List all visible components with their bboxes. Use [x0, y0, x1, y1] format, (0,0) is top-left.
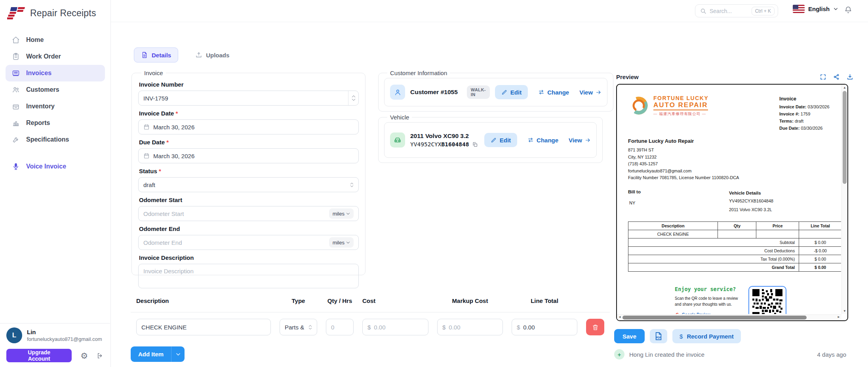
vehicle-section: Vehicle 2011 Volvo XC90 3.2 YV4952CYXB16…	[378, 114, 603, 163]
customer-name: Customer #1055	[410, 89, 458, 96]
copy-icon[interactable]	[472, 142, 478, 148]
user-name: Lin	[27, 329, 102, 335]
tab-details[interactable]: Details	[134, 47, 178, 62]
customer-section: Customer Information Customer #1055 WALK…	[378, 70, 613, 112]
user-email: fortuneluckyauto871@gmail.com	[27, 336, 102, 342]
odometer-start-input[interactable]	[143, 210, 329, 217]
col-type: Type	[280, 297, 317, 304]
odometer-start-label: Odometer Start	[139, 197, 359, 203]
select-chevrons-icon	[350, 182, 354, 187]
invoice-number-input[interactable]	[143, 95, 345, 102]
preview-vertical-scrollbar[interactable]: ▲ ▼	[841, 85, 847, 314]
language-selector[interactable]: English	[793, 5, 838, 13]
vehicle-avatar	[390, 132, 405, 148]
sidebar-item-label: Invoices	[26, 70, 51, 77]
settings-gear-icon[interactable]: ⚙	[80, 352, 88, 360]
microphone-icon	[12, 163, 20, 170]
vehicle-change-button[interactable]: Change	[527, 137, 558, 144]
scroll-down-arrow-icon[interactable]: ▼	[842, 309, 847, 313]
chevron-down-icon	[346, 212, 350, 215]
tab-uploads[interactable]: Uploads	[188, 47, 236, 62]
sidebar-item-home[interactable]: Home	[6, 32, 105, 48]
preview-toolbar	[820, 74, 853, 80]
preview-actions: Save PDF $ Record Payment	[614, 329, 741, 343]
customer-view-button[interactable]: View	[579, 89, 602, 96]
record-payment-button[interactable]: $ Record Payment	[672, 329, 741, 343]
sidebar-item-inventory[interactable]: Inventory	[6, 98, 105, 115]
sidebar-item-work-order[interactable]: Work Order	[6, 48, 105, 65]
person-icon	[394, 89, 402, 96]
notification-bell-icon[interactable]	[844, 6, 852, 14]
invoice-date-field[interactable]	[138, 119, 359, 134]
vertical-scroll-thumb[interactable]	[843, 91, 847, 184]
review-heading: Enjoy your service?	[675, 286, 738, 292]
arrow-right-icon	[596, 89, 602, 95]
item-type-select[interactable]: Parts &	[280, 319, 317, 335]
item-qty-input[interactable]	[331, 324, 348, 331]
avatar: L	[6, 327, 22, 343]
item-line-total-input[interactable]	[523, 324, 572, 331]
customer-change-button[interactable]: Change	[538, 89, 569, 96]
sidebar-item-label: Reports	[26, 119, 50, 127]
odometer-start-unit-dropdown[interactable]: miles	[329, 208, 354, 219]
car-icon	[394, 136, 402, 144]
download-icon[interactable]	[847, 74, 853, 80]
search-icon	[700, 8, 706, 14]
delete-item-button[interactable]	[586, 319, 604, 335]
calendar-icon	[143, 124, 150, 130]
stepper-down-icon[interactable]	[352, 98, 356, 101]
share-icon[interactable]	[833, 74, 840, 80]
company-name: Fortune Lucky Auto Repair	[628, 137, 839, 146]
horizontal-scroll-thumb[interactable]	[622, 316, 807, 320]
due-date-input[interactable]	[153, 153, 354, 159]
sidebar-item-label: Customers	[26, 86, 59, 93]
language-label: English	[808, 6, 830, 12]
scroll-left-arrow-icon[interactable]: ◄	[618, 315, 621, 319]
invoice-number-field	[138, 91, 359, 106]
sidebar-item-voice-invoice[interactable]: Voice Invoice	[6, 158, 105, 175]
item-description-input[interactable]	[141, 324, 266, 331]
invoice-description-input[interactable]	[143, 268, 354, 284]
pdf-button[interactable]: PDF	[650, 329, 667, 343]
shop-logo-ring-icon	[628, 95, 649, 116]
due-date-field[interactable]	[138, 148, 359, 163]
scroll-up-arrow-icon[interactable]: ▲	[842, 86, 847, 89]
sidebar-item-invoices[interactable]: Invoices	[6, 65, 105, 81]
col-line-total: Line Total	[512, 297, 577, 304]
odometer-end-unit-dropdown[interactable]: miles	[329, 237, 354, 248]
expand-icon[interactable]	[820, 74, 826, 80]
number-stepper[interactable]	[348, 91, 358, 105]
search-input[interactable]	[710, 8, 748, 14]
select-chevrons-icon	[308, 325, 312, 330]
invoice-form-legend: Invoice	[141, 70, 166, 76]
arrow-right-icon	[585, 137, 591, 143]
customer-edit-button[interactable]: Edit	[495, 85, 528, 99]
review-section: Enjoy your service? Scan the QR code to …	[675, 286, 839, 314]
wrench-icon	[12, 136, 20, 144]
shop-logo-line1: FORTUNE LUCKY	[653, 95, 708, 101]
add-item-button[interactable]: Add Item	[131, 346, 171, 362]
save-button[interactable]: Save	[614, 329, 645, 343]
sidebar-item-customers[interactable]: Customers	[6, 81, 105, 98]
vehicle-view-button[interactable]: View	[569, 137, 591, 144]
vehicle-card: 2011 Volvo XC90 3.2 YV4952CYXB1604848 Ed…	[384, 122, 597, 158]
invoice-form: Invoice Invoice Number Invoice Date * Du…	[131, 70, 365, 275]
sidebar-item-reports[interactable]: Reports	[6, 115, 105, 131]
line-item-row: Parts & $ $ $	[136, 319, 604, 335]
walk-in-badge: WALK-IN	[467, 85, 490, 99]
add-item-dropdown-button[interactable]	[171, 346, 185, 362]
upgrade-account-button[interactable]: Upgrade Account	[6, 349, 72, 362]
odometer-end-input[interactable]	[143, 239, 329, 246]
preview-horizontal-scrollbar[interactable]: ◄ ►	[617, 314, 841, 320]
scroll-right-arrow-icon[interactable]: ►	[837, 315, 840, 319]
sidebar-item-specifications[interactable]: Specifications	[6, 131, 105, 148]
logout-icon[interactable]	[97, 352, 104, 359]
item-markup-input[interactable]	[449, 324, 498, 331]
item-cost-input[interactable]	[374, 324, 423, 331]
tab-label: Details	[152, 52, 171, 59]
vehicle-edit-button[interactable]: Edit	[484, 133, 517, 147]
status-select[interactable]: draft	[138, 177, 359, 192]
invoice-date-input[interactable]	[153, 124, 354, 131]
stepper-up-icon[interactable]	[352, 95, 356, 98]
search-box[interactable]: Ctrl + K	[695, 4, 778, 17]
